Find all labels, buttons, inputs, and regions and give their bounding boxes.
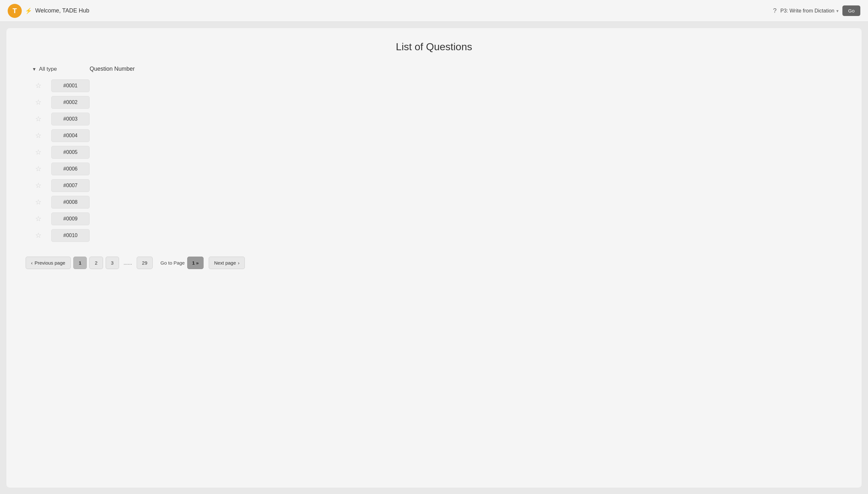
main-wrapper: List of Questions ▼ All type Question Nu… [0,22,868,494]
star-icon[interactable]: ☆ [35,115,42,123]
avatar: T [8,4,22,18]
table-row: ☆ #0002 [25,94,843,111]
page-3-button[interactable]: 3 [106,256,119,269]
table-row: ☆ #0010 [25,227,843,244]
question-number-button[interactable]: #0001 [51,79,90,92]
page-1-button[interactable]: 1 [73,256,87,269]
table-row: ☆ #0005 [25,144,843,160]
course-name-label: P3: Write from Dictation [780,8,834,14]
question-number-button[interactable]: #0010 [51,229,90,242]
goto-label: Go to Page [161,260,185,266]
question-number-button[interactable]: #0004 [51,129,90,142]
question-number-button[interactable]: #0002 [51,96,90,109]
goto-section: Go to Page 1 » [161,256,204,269]
header-left: T ⚡ Welcome, TADE Hub [8,4,89,18]
page-2-button[interactable]: 2 [89,256,103,269]
table-row: ☆ #0008 [25,194,843,210]
pagination-bar: ‹ Previous page 123 ...... 29 Go to Page… [25,256,843,269]
column-header: Question Number [90,65,135,72]
star-col: ☆ [25,81,51,90]
star-icon[interactable]: ☆ [35,132,42,140]
star-col: ☆ [25,132,51,140]
page-ellipsis: ...... [121,260,134,266]
goto-page-number: 1 [192,260,194,266]
star-col: ☆ [25,98,51,107]
filter-label: All type [39,66,57,72]
star-icon[interactable]: ☆ [35,231,42,240]
star-col: ☆ [25,165,51,173]
filter-dropdown[interactable]: ▼ All type [32,66,71,72]
table-row: ☆ #0009 [25,210,843,227]
question-number-button[interactable]: #0005 [51,146,90,159]
table-row: ☆ #0007 [25,177,843,194]
table-row: ☆ #0003 [25,111,843,127]
bolt-icon: ⚡ [25,7,32,14]
goto-arrow-icon: » [196,260,199,266]
star-col: ☆ [25,115,51,123]
table-row: ☆ #0004 [25,127,843,144]
star-col: ☆ [25,231,51,240]
question-number-button[interactable]: #0008 [51,196,90,209]
prev-chevron-icon: ‹ [31,260,33,266]
star-col: ☆ [25,148,51,156]
question-number-button[interactable]: #0006 [51,163,90,175]
next-chevron-icon: › [238,260,240,266]
question-number-button[interactable]: #0009 [51,212,90,225]
question-number-button[interactable]: #0007 [51,179,90,192]
table-row: ☆ #0006 [25,160,843,177]
header: T ⚡ Welcome, TADE Hub ? P3: Write from D… [0,0,868,22]
next-page-button[interactable]: Next page › [209,256,245,269]
question-number-button[interactable]: #0003 [51,113,90,126]
next-page-label: Next page [214,260,236,266]
course-selector[interactable]: P3: Write from Dictation ▾ [780,8,838,14]
star-icon[interactable]: ☆ [35,165,42,173]
goto-page-button[interactable]: 1 » [187,256,204,269]
help-icon: ? [773,7,776,14]
star-icon[interactable]: ☆ [35,182,42,190]
filter-arrow-icon: ▼ [32,66,37,72]
star-col: ☆ [25,182,51,190]
table-row: ☆ #0001 [25,77,843,94]
prev-page-button[interactable]: ‹ Previous page [25,256,71,269]
star-icon[interactable]: ☆ [35,81,42,90]
content-card: List of Questions ▼ All type Question Nu… [6,28,862,488]
chevron-down-icon: ▾ [836,8,838,14]
star-col: ☆ [25,215,51,223]
star-col: ☆ [25,198,51,206]
header-right: ? P3: Write from Dictation ▾ Go [773,5,860,16]
page-29-button[interactable]: 29 [137,256,153,269]
star-icon[interactable]: ☆ [35,148,42,156]
go-button[interactable]: Go [843,5,860,16]
header-title: Welcome, TADE Hub [35,7,89,14]
questions-list: ☆ #0001 ☆ #0002 ☆ #0003 ☆ #0004 ☆ #0005 [25,77,843,244]
filter-row: ▼ All type Question Number [25,65,843,72]
page-title: List of Questions [25,41,843,53]
star-icon[interactable]: ☆ [35,98,42,107]
star-icon[interactable]: ☆ [35,215,42,223]
prev-page-label: Previous page [35,260,65,266]
star-icon[interactable]: ☆ [35,198,42,206]
